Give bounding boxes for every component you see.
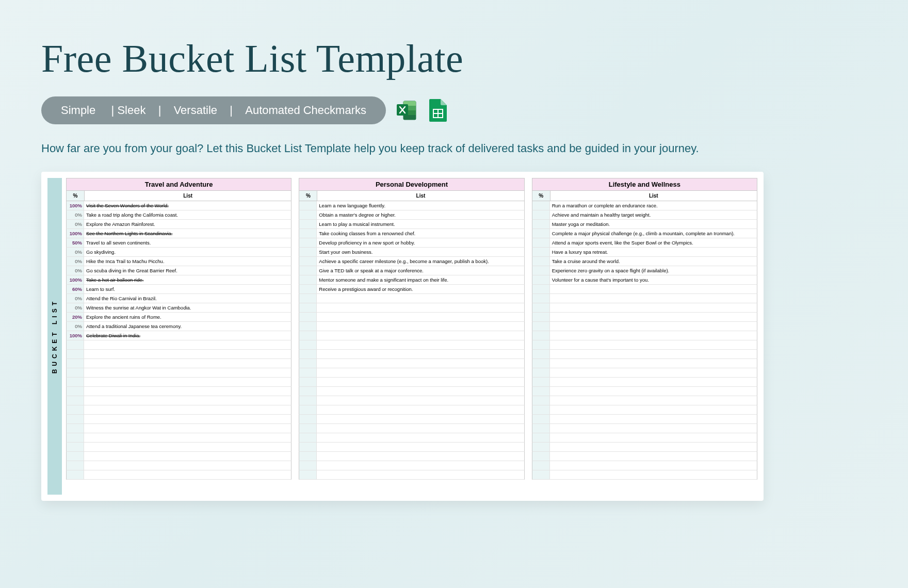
row-text[interactable] (317, 443, 524, 451)
row-percent[interactable] (299, 248, 317, 256)
row-percent[interactable] (299, 387, 317, 396)
list-row[interactable]: Achieve and maintain a healthy target we… (532, 210, 757, 220)
row-percent[interactable] (299, 470, 317, 479)
row-text[interactable] (317, 470, 524, 479)
row-percent[interactable] (299, 378, 317, 386)
row-text[interactable] (84, 424, 291, 433)
row-percent[interactable] (67, 415, 84, 423)
row-text[interactable] (550, 294, 757, 303)
row-text[interactable] (550, 470, 757, 479)
row-percent[interactable]: 0% (67, 210, 84, 219)
row-percent[interactable]: 20% (67, 313, 84, 321)
row-percent[interactable] (299, 340, 317, 349)
row-percent[interactable]: 50% (67, 238, 84, 247)
row-percent[interactable] (532, 210, 550, 219)
row-text[interactable] (317, 405, 524, 414)
list-row[interactable] (299, 368, 524, 378)
row-text[interactable] (84, 378, 291, 386)
row-percent[interactable] (299, 424, 317, 433)
row-text[interactable]: Run a marathon or complete an endurance … (550, 201, 757, 210)
row-text[interactable] (84, 415, 291, 423)
row-percent[interactable] (532, 331, 550, 340)
row-percent[interactable] (299, 433, 317, 442)
row-percent[interactable] (67, 396, 84, 405)
list-row[interactable] (532, 359, 757, 368)
row-text[interactable]: Have a luxury spa retreat. (550, 248, 757, 256)
row-percent[interactable] (532, 378, 550, 386)
row-percent[interactable] (299, 257, 317, 266)
list-row[interactable] (532, 433, 757, 443)
row-percent[interactable] (299, 415, 317, 423)
list-row[interactable] (532, 368, 757, 378)
row-percent[interactable]: 0% (67, 294, 84, 303)
row-percent[interactable]: 60% (67, 285, 84, 293)
list-row[interactable] (532, 313, 757, 322)
list-row[interactable]: 100%See the Northern Lights in Scandinav… (66, 229, 291, 238)
row-percent[interactable] (299, 275, 317, 284)
list-row[interactable] (66, 368, 291, 378)
row-percent[interactable]: 100% (67, 229, 84, 238)
row-text[interactable] (550, 433, 757, 442)
list-row[interactable]: 20%Explore the ancient ruins of Rome. (66, 313, 291, 322)
list-row[interactable] (532, 452, 757, 461)
row-percent[interactable] (532, 303, 550, 312)
row-percent[interactable]: 0% (67, 303, 84, 312)
row-text[interactable] (317, 424, 524, 433)
list-row[interactable]: 0%Witness the sunrise at Angkor Wat in C… (66, 303, 291, 313)
list-row[interactable] (299, 313, 524, 322)
row-percent[interactable]: 0% (67, 248, 84, 256)
row-text[interactable]: Complete a major physical challenge (e.g… (550, 229, 757, 238)
list-row[interactable] (299, 350, 524, 359)
list-row[interactable]: 100%Celebrate Diwali in India. (66, 331, 291, 340)
list-row[interactable] (299, 452, 524, 461)
row-text[interactable] (84, 387, 291, 396)
list-row[interactable] (299, 396, 524, 405)
list-row[interactable] (66, 415, 291, 424)
row-percent[interactable] (532, 396, 550, 405)
row-percent[interactable]: 100% (67, 331, 84, 340)
row-text[interactable]: Start your own business. (317, 248, 524, 256)
list-row[interactable]: Give a TED talk or speak at a major conf… (299, 266, 524, 275)
row-percent[interactable] (532, 452, 550, 461)
row-text[interactable] (550, 331, 757, 340)
list-row[interactable] (299, 443, 524, 452)
row-percent[interactable]: 100% (67, 275, 84, 284)
row-text[interactable]: Receive a prestigious award or recogniti… (317, 285, 524, 293)
row-text[interactable]: Master yoga or meditation. (550, 220, 757, 228)
row-text[interactable]: Explore the Amazon Rainforest. (84, 220, 291, 228)
row-percent[interactable] (532, 238, 550, 247)
row-percent[interactable] (67, 470, 84, 479)
row-text[interactable]: Attend a traditional Japanese tea ceremo… (84, 322, 291, 331)
row-text[interactable] (550, 350, 757, 358)
list-row[interactable] (532, 350, 757, 359)
row-percent[interactable] (532, 313, 550, 321)
list-row[interactable] (66, 433, 291, 443)
row-percent[interactable] (67, 443, 84, 451)
row-text[interactable] (317, 433, 524, 442)
row-percent[interactable] (299, 220, 317, 228)
row-percent[interactable] (532, 470, 550, 479)
row-text[interactable] (317, 461, 524, 470)
list-row[interactable] (66, 359, 291, 368)
list-row[interactable] (299, 378, 524, 387)
list-row[interactable]: Run a marathon or complete an endurance … (532, 201, 757, 210)
row-percent[interactable] (67, 452, 84, 461)
row-text[interactable]: Celebrate Diwali in India. (84, 331, 291, 340)
list-row[interactable] (299, 294, 524, 303)
row-text[interactable] (317, 294, 524, 303)
row-percent[interactable] (299, 359, 317, 368)
row-percent[interactable] (67, 359, 84, 368)
row-text[interactable] (550, 378, 757, 386)
list-row[interactable]: Learn to play a musical instrument. (299, 220, 524, 229)
row-text[interactable] (84, 368, 291, 377)
row-percent[interactable] (299, 238, 317, 247)
row-percent[interactable]: 0% (67, 257, 84, 266)
list-row[interactable] (66, 350, 291, 359)
row-text[interactable] (550, 313, 757, 321)
row-percent[interactable] (532, 350, 550, 358)
list-row[interactable]: 50%Travel to all seven continents. (66, 238, 291, 248)
row-percent[interactable] (67, 340, 84, 349)
row-percent[interactable] (67, 424, 84, 433)
row-text[interactable] (84, 433, 291, 442)
list-row[interactable]: Receive a prestigious award or recogniti… (299, 285, 524, 294)
